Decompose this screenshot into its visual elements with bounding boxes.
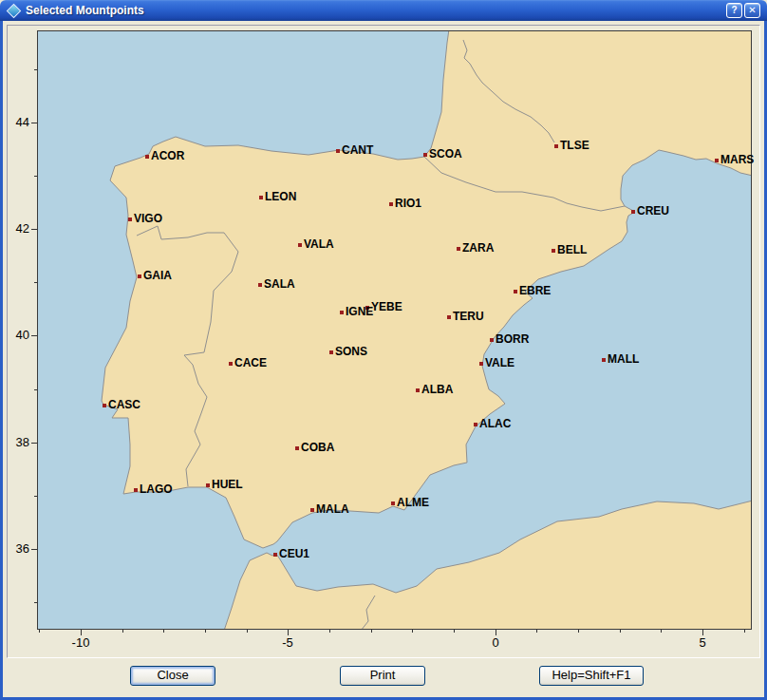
x-axis-tick <box>371 630 372 633</box>
station-marker-vale <box>479 362 483 366</box>
station-label-teru: TERU <box>453 310 484 324</box>
help-button[interactable]: Help=Shift+F1 <box>539 666 644 686</box>
station-label-ceu1: CEU1 <box>279 547 309 561</box>
dialog-window: Selected Mountpoints ? ✕ TLSECANTSCOAACO… <box>0 0 767 700</box>
station-marker-alac <box>474 423 477 426</box>
station-label-coba: COBA <box>301 441 334 455</box>
y-axis-tick <box>31 443 37 444</box>
station-label-vale: VALE <box>485 356 514 370</box>
station-label-huel: HUEL <box>212 478 243 492</box>
x-axis-tick <box>205 630 206 633</box>
y-axis-tick <box>31 229 37 230</box>
station-label-tlse: TLSE <box>560 139 589 153</box>
station-label-mala: MALA <box>316 502 349 517</box>
station-marker-vigo <box>128 218 132 221</box>
station-marker-ebre <box>514 290 517 293</box>
x-axis-label: -10 <box>62 635 100 650</box>
station-label-vigo: VIGO <box>134 212 162 226</box>
station-marker-acor <box>145 155 149 159</box>
station-label-sons: SONS <box>335 345 367 359</box>
station-label-alac: ALAC <box>479 417 511 431</box>
station-label-cant: CANT <box>342 143 373 158</box>
station-marker-alba <box>416 388 420 392</box>
x-axis-tick <box>412 630 413 633</box>
station-marker-zara <box>457 247 460 251</box>
station-marker-borr <box>490 338 494 342</box>
station-label-borr: BORR <box>496 332 529 347</box>
station-marker-tlse <box>554 144 558 148</box>
station-label-cace: CACE <box>234 356 267 370</box>
station-marker-creu <box>631 210 635 214</box>
y-axis-tick <box>34 69 37 70</box>
station-marker-huel <box>206 483 210 487</box>
station-label-alba: ALBA <box>421 383 453 397</box>
x-axis-tick <box>620 630 621 633</box>
station-label-lago: LAGO <box>140 482 173 497</box>
station-label-casc: CASC <box>108 398 140 412</box>
station-label-ebre: EBRE <box>519 284 551 298</box>
station-marker-cant <box>336 149 340 153</box>
station-marker-igne <box>340 311 344 314</box>
station-label-scoa: SCOA <box>429 147 462 161</box>
y-axis-label: 36 <box>2 541 29 556</box>
station-label-sala: SALA <box>264 277 295 292</box>
station-marker-leon <box>259 196 263 199</box>
station-label-creu: CREU <box>637 204 669 218</box>
y-axis-tick <box>31 549 37 550</box>
y-axis-tick <box>34 282 37 283</box>
station-marker-lago <box>134 488 138 492</box>
y-axis-tick <box>31 123 37 123</box>
station-label-leon: LEON <box>265 190 296 204</box>
station-marker-bell <box>552 249 555 253</box>
station-marker-cace <box>229 362 233 366</box>
x-axis-tick <box>578 630 579 633</box>
map-overlay-layer: TLSECANTSCOAACORMARSLEONRIO1CREUVIGOVALA… <box>0 0 767 700</box>
station-marker-gaia <box>138 274 141 278</box>
y-axis-tick <box>34 389 37 390</box>
station-marker-mall <box>602 358 606 362</box>
y-axis-tick <box>34 176 37 177</box>
x-axis-tick <box>247 630 248 633</box>
station-marker-teru <box>447 315 451 319</box>
station-marker-vala <box>298 243 302 247</box>
y-axis-label: 38 <box>2 435 29 449</box>
station-marker-scoa <box>423 153 427 157</box>
station-label-igne: IGNE <box>346 305 373 319</box>
station-label-rio1: RIO1 <box>395 197 421 211</box>
x-axis-tick <box>163 630 164 633</box>
station-label-mars: MARS <box>720 153 754 167</box>
x-axis-tick <box>744 630 745 633</box>
station-marker-mars <box>715 159 719 162</box>
station-marker-ceu1 <box>273 553 277 557</box>
y-axis-tick <box>34 496 37 497</box>
station-marker-sons <box>329 350 333 354</box>
close-button[interactable]: Close <box>130 666 215 686</box>
x-axis-label: 5 <box>683 635 721 650</box>
station-label-yebe: YEBE <box>371 300 402 314</box>
station-label-vala: VALA <box>304 237 334 252</box>
y-axis-tick <box>34 602 37 603</box>
y-axis-label: 44 <box>2 115 29 129</box>
y-axis-tick <box>31 335 37 336</box>
x-axis-label: 0 <box>477 635 514 650</box>
x-axis-label: -5 <box>269 635 307 650</box>
x-axis-tick <box>329 630 330 633</box>
x-axis-tick <box>536 630 537 633</box>
station-marker-rio1 <box>389 202 393 206</box>
station-label-mall: MALL <box>608 352 639 367</box>
station-marker-alme <box>391 501 395 505</box>
station-marker-mala <box>310 508 314 512</box>
x-axis-tick <box>122 630 123 633</box>
y-axis-label: 40 <box>2 328 29 342</box>
station-label-zara: ZARA <box>462 241 494 255</box>
x-axis-tick <box>454 630 455 633</box>
x-axis-tick <box>661 630 662 633</box>
y-axis-label: 42 <box>2 221 29 236</box>
station-label-acor: ACOR <box>151 149 184 163</box>
station-label-gaia: GAIA <box>143 269 172 283</box>
station-marker-coba <box>295 446 299 450</box>
x-axis-tick <box>39 630 40 633</box>
station-marker-casc <box>103 404 106 407</box>
station-label-alme: ALME <box>397 496 429 510</box>
print-button[interactable]: Print <box>340 666 425 686</box>
